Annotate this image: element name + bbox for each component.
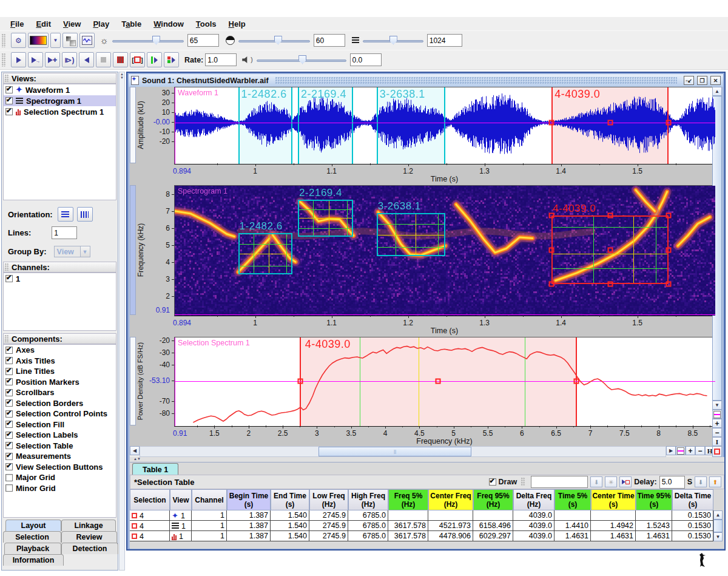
tab-review[interactable]: Review <box>61 531 117 543</box>
cell-channel[interactable]: 1 <box>192 521 227 531</box>
cell-view[interactable]: ✦1 <box>170 510 192 521</box>
component-line-titles[interactable]: Line Titles <box>4 366 116 377</box>
orientation-vertical-button[interactable] <box>77 207 93 222</box>
cell-value[interactable]: 4521.973 <box>428 521 473 531</box>
contrast-slider[interactable] <box>238 35 310 46</box>
table-filter-field[interactable] <box>531 476 588 488</box>
volume-field[interactable] <box>350 53 382 66</box>
selection-control-point[interactable] <box>549 247 554 252</box>
cell-view[interactable]: 1 <box>170 531 192 541</box>
component-checkbox[interactable] <box>5 484 13 492</box>
component-selection-control-points[interactable]: Selection Control Points <box>4 408 116 419</box>
spectrogram-options-button[interactable] <box>79 33 95 48</box>
delay-field[interactable] <box>659 476 685 489</box>
selection-control-point[interactable] <box>607 120 613 126</box>
zoom-in-time-button[interactable]: + <box>686 446 695 455</box>
menu-item-tools[interactable]: Tools <box>190 18 222 30</box>
component-checkbox[interactable] <box>5 347 13 354</box>
tab-table-1[interactable]: Table 1 <box>132 463 178 475</box>
play-selection-button[interactable]: [] <box>130 52 145 67</box>
cell-value[interactable]: 1.540 <box>271 510 309 521</box>
cell-value[interactable]: 1.540 <box>271 531 309 541</box>
column-header-low-freq[interactable]: Low Freq(Hz) <box>309 489 348 510</box>
stop-button[interactable] <box>96 52 111 67</box>
cell-value[interactable]: 1.540 <box>271 521 309 531</box>
colormap-button[interactable] <box>28 33 49 48</box>
column-header-center-time[interactable]: Center Time(s) <box>591 489 636 510</box>
selection-control-point[interactable] <box>607 213 613 219</box>
component-checkbox[interactable] <box>5 453 13 460</box>
menu-item-help[interactable]: Help <box>223 18 251 30</box>
demote-button[interactable]: ⬇ <box>695 476 707 487</box>
column-header-delta-time[interactable]: Delta Time(s) <box>672 489 713 510</box>
selection-border[interactable] <box>667 87 669 164</box>
selection-box-1[interactable] <box>238 233 292 274</box>
selection-control-point[interactable] <box>549 281 554 286</box>
component-checkbox[interactable] <box>5 463 13 470</box>
scroll-left-button[interactable]: ◀ <box>130 446 140 455</box>
table-row[interactable]: 4✦111.3871.5402745.96785.04039.00.1530 <box>130 510 713 521</box>
column-header-freq-5%[interactable]: Freq 5%(Hz) <box>388 489 428 510</box>
table-splitter[interactable]: ▲▼ <box>130 457 724 462</box>
selection-box-2[interactable] <box>298 200 353 237</box>
cell-value[interactable]: 3617.578 <box>388 531 428 541</box>
sound-window-titlebar[interactable]: Sound 1: ChestnutSidedWarbler.aif ▫↙ ❐ ✕ <box>129 74 723 87</box>
tab-detection[interactable]: Detection <box>61 543 118 554</box>
selection-border[interactable] <box>551 87 553 164</box>
selection-control-point[interactable] <box>666 281 672 286</box>
table-scroll-down-button[interactable]: ▼ <box>713 532 723 541</box>
cell-selection[interactable]: 4 <box>130 531 170 541</box>
menu-item-edit[interactable]: Edit <box>30 18 56 30</box>
horizontal-scroll-thumb[interactable] <box>318 447 471 456</box>
selection-border[interactable] <box>444 87 445 164</box>
menu-item-view[interactable]: View <box>58 18 86 30</box>
cell-value[interactable]: 1.4410 <box>554 521 591 531</box>
cell-value[interactable] <box>591 510 636 521</box>
menu-item-window[interactable]: Window <box>148 18 189 30</box>
fit-height-button[interactable]: I <box>712 437 722 446</box>
channel-checkbox[interactable] <box>5 275 13 282</box>
component-checkbox[interactable] <box>5 389 13 396</box>
column-header-time-5%[interactable]: Time 5%(s) <box>554 489 591 510</box>
component-checkbox[interactable] <box>5 378 13 385</box>
component-measurements[interactable]: Measurements <box>4 451 116 462</box>
volume-slider[interactable] <box>257 55 346 66</box>
play-page-button[interactable] <box>147 52 162 67</box>
selection-control-point[interactable] <box>607 281 613 286</box>
sidebar-view-waveform-1[interactable]: ✦Waveform 1 <box>4 84 116 95</box>
column-header-view[interactable]: View <box>170 489 192 510</box>
component-selection-borders[interactable]: Selection Borders <box>4 398 116 409</box>
component-checkbox[interactable] <box>5 410 13 418</box>
selection-border[interactable] <box>352 87 353 164</box>
component-selection-table[interactable]: Selection Table <box>4 441 116 452</box>
cell-value[interactable]: 4039.0 <box>513 521 554 531</box>
snap-button[interactable]: ✳ <box>605 476 617 487</box>
table-row[interactable]: 4111.3871.5402745.96785.03617.5784478.90… <box>130 531 713 541</box>
column-header-begin-time[interactable]: Begin Time(s) <box>227 489 271 510</box>
cell-value[interactable] <box>388 510 428 521</box>
selection-border[interactable] <box>238 87 240 164</box>
component-major-grid[interactable]: Major Grid <box>4 472 116 483</box>
cell-value[interactable]: 6158.496 <box>473 521 513 531</box>
view-checkbox[interactable] <box>5 97 13 104</box>
column-header-freq-95%[interactable]: Freq 95%(Hz) <box>473 489 513 510</box>
menu-item-table[interactable]: Table <box>116 18 147 30</box>
component-checkbox[interactable] <box>5 442 13 449</box>
toolbar-drag-grip[interactable] <box>2 34 6 47</box>
cell-value[interactable] <box>428 510 473 521</box>
cell-value[interactable]: 0.1530 <box>672 510 713 521</box>
zoom-out-time-button[interactable]: − <box>695 446 705 455</box>
selection-border[interactable] <box>377 87 378 164</box>
component-checkbox[interactable] <box>5 421 13 428</box>
panel-grip[interactable] <box>5 75 9 82</box>
selection-control-point[interactable] <box>297 379 303 384</box>
group-by-dropdown-arrow[interactable]: ▼ <box>81 246 90 257</box>
cell-value[interactable]: 1.5243 <box>636 521 672 531</box>
cell-value[interactable]: 1.4631 <box>636 531 672 541</box>
scroll-right-button[interactable]: ▶ <box>666 446 676 455</box>
component-scrollbars[interactable]: Scrollbars <box>4 387 116 398</box>
rate-field[interactable] <box>205 53 237 66</box>
component-minor-grid[interactable]: Minor Grid <box>4 483 116 494</box>
component-view-selection-buttons[interactable]: View Selection Buttons <box>4 462 116 473</box>
selection-control-point[interactable] <box>607 247 613 252</box>
